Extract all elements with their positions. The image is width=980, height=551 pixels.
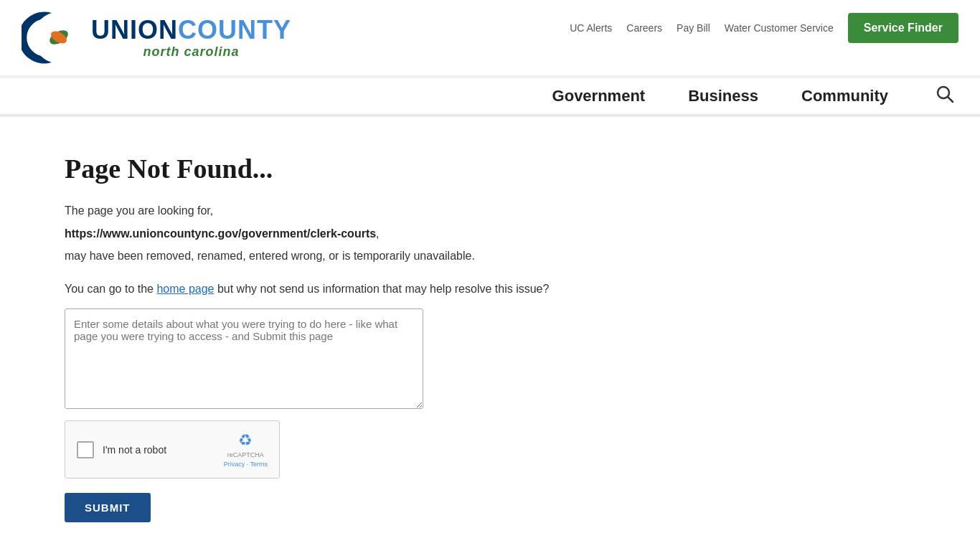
nav-business[interactable]: Business bbox=[688, 78, 758, 114]
recaptcha-brand: reCAPTCHA bbox=[227, 451, 264, 460]
logo-nc: north carolina bbox=[91, 44, 291, 60]
captcha-box: I'm not a robot ♻ reCAPTCHA Privacy · Te… bbox=[65, 420, 280, 479]
submit-button[interactable]: SUBMIT bbox=[65, 493, 151, 522]
home-page-link[interactable]: home page bbox=[156, 283, 214, 295]
desc-before-url: The page you are looking for, bbox=[65, 202, 581, 220]
captcha-checkbox[interactable] bbox=[77, 441, 94, 458]
captcha-left: I'm not a robot bbox=[77, 441, 166, 458]
logo-county: COUNTY bbox=[178, 15, 291, 44]
header: UNIONCOUNTY north carolina UC Alerts Car… bbox=[0, 0, 980, 76]
service-finder-button[interactable]: Service Finder bbox=[848, 13, 958, 43]
page-title: Page Not Found... bbox=[65, 153, 581, 184]
search-button[interactable] bbox=[931, 80, 958, 113]
logo-text: UNIONCOUNTY north carolina bbox=[91, 16, 291, 60]
svg-line-3 bbox=[948, 97, 953, 102]
top-links: UC Alerts Careers Pay Bill Water Custome… bbox=[570, 13, 958, 43]
logo-area: UNIONCOUNTY north carolina bbox=[22, 7, 291, 68]
desc-url-line: https://www.unioncountync.gov/government… bbox=[65, 225, 581, 243]
desc-after-url: may have been removed, renamed, entered … bbox=[65, 247, 581, 265]
logo-icon bbox=[22, 7, 83, 68]
nav-government[interactable]: Government bbox=[552, 78, 646, 114]
nav-community[interactable]: Community bbox=[801, 78, 888, 114]
recaptcha-logo-icon: ♻ bbox=[238, 431, 253, 450]
feedback-textarea[interactable] bbox=[65, 309, 423, 409]
main-content: Page Not Found... The page you are looki… bbox=[0, 117, 646, 551]
captcha-right: ♻ reCAPTCHA Privacy · Terms bbox=[224, 431, 268, 468]
pay-bill-link[interactable]: Pay Bill bbox=[677, 22, 710, 34]
header-right: UC Alerts Careers Pay Bill Water Custome… bbox=[570, 13, 958, 63]
recaptcha-links: Privacy · Terms bbox=[224, 461, 268, 468]
nav-bar: Government Business Community bbox=[0, 76, 980, 114]
water-customer-service-link[interactable]: Water Customer Service bbox=[725, 22, 834, 34]
home-link-row: You can go to the home page but why not … bbox=[65, 283, 581, 296]
uc-alerts-link[interactable]: UC Alerts bbox=[570, 22, 612, 34]
careers-link[interactable]: Careers bbox=[626, 22, 662, 34]
search-icon bbox=[936, 85, 954, 103]
missing-url: https://www.unioncountync.gov/government… bbox=[65, 227, 376, 240]
logo-union: UNION bbox=[91, 15, 178, 44]
captcha-label: I'm not a robot bbox=[103, 444, 166, 456]
